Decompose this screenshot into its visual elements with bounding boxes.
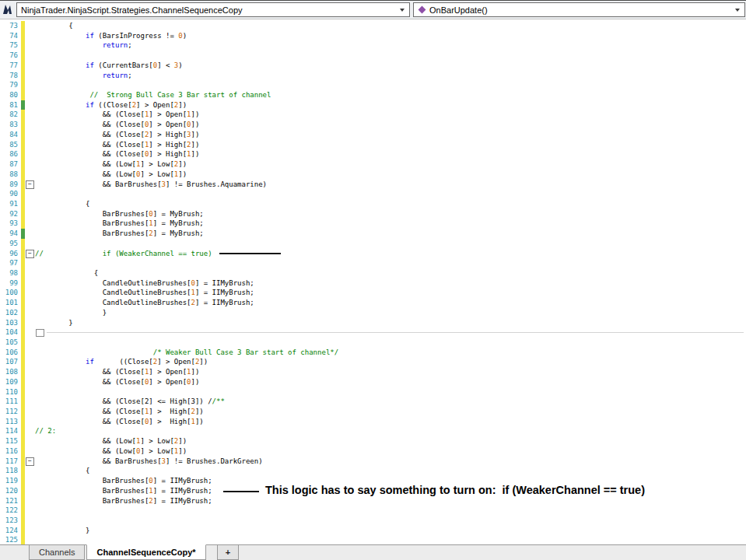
code-line[interactable]: 124 } (0, 526, 746, 536)
code-line[interactable]: 75 return; (0, 40, 746, 51)
code-text: && BarBrushes[3] != Brushes.DarkGreen) (35, 457, 746, 467)
code-line[interactable]: 94 BarBrushes[2] = MyBrush; (0, 229, 746, 239)
fold-gutter (25, 417, 35, 427)
code-line[interactable]: 105 (0, 338, 746, 348)
code-line[interactable]: 86 && (Close[0] > High[1]) (0, 149, 746, 159)
code-line[interactable]: 110 (0, 387, 746, 397)
code-line[interactable]: 121 BarBrushes[2] = IIMyBrush; (0, 496, 746, 506)
code-line[interactable]: 82 && (Close[1] > Open[1]) (0, 110, 746, 120)
code-line[interactable]: 107 if ((Close[2] > Open[2]) (0, 357, 746, 367)
line-number: 85 (0, 140, 21, 150)
code-line[interactable]: 74 if (BarsInProgress != 0) (0, 31, 746, 41)
code-line[interactable]: 83 && (Close[0] > Open[0]) (0, 120, 746, 130)
fold-collapse-icon[interactable] (25, 457, 35, 467)
code-line[interactable]: 117 && BarBrushes[3] != Brushes.DarkGree… (0, 457, 746, 467)
code-line[interactable]: 99 CandleOutlineBrushes[0] = IIMyBrush; (0, 278, 746, 289)
fold-gutter (25, 367, 35, 377)
code-line[interactable]: 122 (0, 506, 746, 516)
code-line[interactable]: 73 { (0, 21, 746, 31)
new-tab-button[interactable]: + (217, 545, 239, 560)
code-line[interactable]: 85 && (Close[1] > High[2]) (0, 140, 746, 150)
code-editor[interactable]: 73 {74 if (BarsInProgress != 0)75 return… (0, 19, 746, 544)
code-line[interactable]: 81 if ((Close[2] > Open[2]) (0, 100, 746, 110)
line-number: 79 (0, 80, 21, 90)
code-text: BarBrushes[0] = MyBrush; (35, 209, 746, 219)
code-text: // 2: (35, 426, 746, 436)
line-number: 112 (0, 407, 21, 417)
code-line[interactable]: 89 && BarBrushes[3] != Brushes.Aquamarin… (0, 180, 746, 190)
code-line[interactable]: 101 CandleOutlineBrushes[2] = IIMyBrush; (0, 298, 746, 308)
fold-gutter (25, 397, 35, 407)
code-line[interactable]: 112 && (Close[1] > High[2]) (0, 407, 746, 417)
fold-gutter (25, 51, 35, 61)
code-line[interactable]: 108 && (Close[1] > Open[1]) (0, 367, 746, 377)
code-line[interactable]: 100 CandleOutlineBrushes[1] = IIMyBrush; (0, 288, 746, 298)
member-selector-dropdown[interactable]: OnBarUpdate() (413, 2, 745, 17)
document-tab-bar: ChannelsChannelSequenceCopy*+ (0, 544, 746, 560)
code-line[interactable]: 104 (0, 327, 746, 338)
code-text: BarBrushes[2] = MyBrush; (35, 229, 746, 239)
code-line[interactable]: 116 && (Low[0] > Low[1]) (0, 446, 746, 457)
line-number: 115 (0, 436, 21, 446)
line-number: 119 (0, 476, 21, 486)
code-line[interactable]: 103 } (0, 318, 746, 328)
chevron-down-icon[interactable] (735, 9, 740, 12)
code-line[interactable]: 92 BarBrushes[0] = MyBrush; (0, 209, 746, 219)
code-line[interactable]: 109 && (Close[0] > Open[0]) (0, 377, 746, 387)
code-line[interactable]: 90 (0, 189, 746, 199)
code-line[interactable]: 120 BarBrushes[1] = IIMyBrush; (0, 486, 746, 496)
code-line[interactable]: 118 { (0, 466, 746, 476)
fold-collapse-icon[interactable] (25, 249, 35, 259)
fold-gutter (25, 239, 35, 249)
code-line[interactable]: 80 // Strong Bull Case 3 Bar start of ch… (0, 90, 746, 100)
fold-gutter (25, 31, 35, 41)
fold-gutter (25, 120, 35, 130)
line-number: 83 (0, 120, 21, 130)
code-text (35, 51, 746, 61)
code-text: && (Close[1] > Open[1]) (35, 110, 746, 120)
code-text: } (35, 318, 746, 328)
code-line[interactable]: 115 && (Low[1] > Low[2]) (0, 436, 746, 446)
type-selector-dropdown[interactable]: NinjaTrader.NinjaScript.Strategies.Chann… (16, 2, 410, 17)
fold-gutter (25, 229, 35, 239)
code-line[interactable]: 87 && (Low[1] > Low[2]) (0, 159, 746, 170)
tab-channels[interactable]: Channels (29, 545, 85, 560)
code-line[interactable]: 102 } (0, 308, 746, 318)
code-line[interactable]: 88 && (Low[0] > Low[1]) (0, 170, 746, 180)
fold-gutter (25, 90, 35, 100)
code-line[interactable]: 79 (0, 80, 746, 90)
line-number: 118 (0, 466, 21, 476)
code-line[interactable]: 76 (0, 51, 746, 61)
code-line[interactable]: 123 (0, 516, 746, 526)
code-line[interactable]: 97 (0, 258, 746, 268)
code-line[interactable]: 111 && (Close[2] <= High[3]) //** (0, 397, 746, 407)
method-icon (419, 6, 426, 14)
chevron-down-icon[interactable] (400, 9, 405, 12)
code-text: return; (35, 40, 746, 51)
code-line[interactable]: 98 { (0, 268, 746, 278)
code-line[interactable]: 84 && (Close[2] > High[3]) (0, 130, 746, 140)
line-number: 116 (0, 446, 21, 457)
tab-channelsequencecopy[interactable]: ChannelSequenceCopy* (86, 544, 205, 560)
code-line[interactable]: 91 { (0, 199, 746, 209)
code-line[interactable]: 96// if (WeakerChannel == true) (0, 249, 746, 259)
code-line[interactable]: 77 if (CurrentBars[0] < 3) (0, 61, 746, 71)
code-text: && (Close[0] > Open[0]) (35, 377, 746, 387)
code-text: && (Close[1] > High[2]) (35, 140, 746, 150)
code-line[interactable]: 114// 2: (0, 426, 746, 436)
code-line[interactable]: 125 (0, 535, 746, 544)
fold-gutter (25, 327, 35, 338)
code-line[interactable]: 93 BarBrushes[1] = MyBrush; (0, 219, 746, 229)
code-line[interactable]: 113 && (Close[0] > High[1]) (0, 417, 746, 427)
fold-gutter (25, 40, 35, 51)
code-text: && (Low[0] > Low[1]) (35, 446, 746, 457)
fold-collapse-icon[interactable] (25, 180, 35, 190)
line-number: 96 (0, 249, 21, 259)
code-line[interactable]: 119 BarBrushes[0] = IIMyBrush; (0, 476, 746, 486)
code-text: } (35, 526, 746, 536)
code-text: if ((Close[2] > Open[2]) (35, 357, 746, 367)
code-line[interactable]: 95 (0, 239, 746, 249)
code-line[interactable]: 106 /* Weaker Bull Case 3 Bar start of c… (0, 348, 746, 358)
code-text: && (Close[2] > High[3]) (35, 130, 746, 140)
code-line[interactable]: 78 return; (0, 71, 746, 81)
